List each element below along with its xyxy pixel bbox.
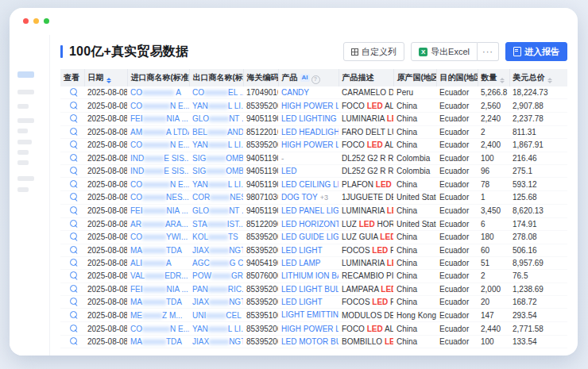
exporter-cell[interactable]: BELxxxxxAND... <box>189 125 243 138</box>
exporter-cell[interactable]: YANxxxxxL LI... <box>189 99 243 112</box>
enter-report-button[interactable]: 进入报告 <box>505 42 567 61</box>
exporter-cell[interactable]: YANxxxxxL LI... <box>189 322 243 335</box>
magnifier-icon[interactable] <box>70 140 77 148</box>
importer-cell[interactable]: FEIxxxxxxNIA ... <box>127 283 189 295</box>
product-link[interactable]: DOG TOY <box>281 193 318 202</box>
minimize-button[interactable] <box>33 18 39 24</box>
sidebar-item[interactable] <box>17 160 29 165</box>
exporter-cell[interactable]: SIGxxxxxOMB... <box>189 164 243 177</box>
exporter-cell[interactable]: JIAXxxxxxNGT... <box>189 244 243 256</box>
importer-cell[interactable]: COxxxxxxYWI... <box>127 231 189 244</box>
magnifier-icon[interactable] <box>70 259 77 266</box>
sidebar-item[interactable] <box>17 150 29 155</box>
exporter-cell[interactable]: AGCxxxxxG C... <box>189 256 243 269</box>
sidebar-item[interactable] <box>17 129 28 133</box>
magnifier-icon[interactable] <box>70 88 77 95</box>
importer-cell[interactable]: INDxxxxxE SIS... <box>127 152 189 164</box>
importer-cell[interactable]: MExxxxxZ M... <box>127 309 189 322</box>
importer-cell[interactable]: AMxxxxxxA LTDA <box>127 125 189 138</box>
exporter-cell[interactable]: GLOxxxxxNT ... <box>189 204 243 217</box>
product-link[interactable]: LED HORIZONTAL L <box>281 220 338 229</box>
column-header[interactable]: 美元总价 <box>509 69 567 86</box>
magnifier-icon[interactable] <box>70 337 77 344</box>
product-link[interactable]: CANDY <box>281 88 309 97</box>
magnifier-icon[interactable] <box>70 220 77 227</box>
exporter-cell[interactable]: PANxxxxxRIC... <box>189 283 243 295</box>
product-link[interactable]: LED PANEL LIG <box>281 206 338 215</box>
more-actions-button[interactable]: ··· <box>478 42 499 61</box>
product-link[interactable]: LED LIGHT <box>281 246 323 255</box>
magnifier-icon[interactable] <box>70 167 77 174</box>
product-link[interactable]: LED MOTOR BULB <box>281 337 338 346</box>
product-link[interactable]: HIGH POWER LED F <box>281 102 338 110</box>
sidebar-item[interactable] <box>17 118 34 123</box>
info-icon[interactable]: ? <box>311 75 320 84</box>
magnifier-icon[interactable] <box>70 206 77 213</box>
product-link[interactable]: LED GUIDE LIGHT T <box>281 233 338 241</box>
exporter-cell[interactable]: JIAXxxxxxNGT... <box>189 296 243 309</box>
exporter-cell[interactable]: STAxxxxxIST... <box>189 217 243 230</box>
exporter-cell[interactable]: CORxxxxxNES... <box>189 190 243 204</box>
exporter-cell[interactable]: UNIxxxxxCEL ... <box>189 309 243 322</box>
exporter-cell[interactable]: POWxxxxxGR... <box>189 270 243 283</box>
magnifier-icon[interactable] <box>70 114 77 121</box>
importer-cell[interactable]: COxxxxxxNES... <box>127 190 189 204</box>
column-header[interactable]: 日期 <box>84 69 127 86</box>
product-link[interactable]: LED HEADLIGHT <box>281 128 338 136</box>
product-link[interactable]: LIGHT EMITTIN <box>281 310 338 319</box>
magnifier-icon[interactable] <box>70 311 77 318</box>
exporter-cell[interactable]: JIAXxxxxxNGT... <box>189 335 243 348</box>
magnifier-icon[interactable] <box>70 128 77 135</box>
importer-cell[interactable]: COxxxxxxxN E... <box>127 322 189 335</box>
importer-cell[interactable]: ALIxxxxxxA <box>127 256 189 269</box>
importer-cell[interactable]: ARxxxxxxARA... <box>127 217 189 230</box>
product-link[interactable]: LED LIGHTING <box>281 114 336 123</box>
sidebar-item[interactable] <box>17 140 32 144</box>
magnifier-icon[interactable] <box>70 233 77 240</box>
product-link[interactable]: LED LAMP <box>281 259 320 267</box>
column-header[interactable]: 进口商名称(标准) <box>127 69 189 86</box>
magnifier-icon[interactable] <box>70 180 77 187</box>
sort-icon[interactable] <box>106 78 111 84</box>
importer-cell[interactable]: VALxxxxxEDR... <box>127 270 189 283</box>
column-header[interactable]: 出口商名称(标准) <box>189 69 243 86</box>
sidebar-item[interactable] <box>17 90 34 94</box>
exporter-cell[interactable]: SIGxxxxxOMB... <box>189 152 243 164</box>
exporter-cell[interactable]: KOLxxxxxTS <box>189 231 243 244</box>
importer-cell[interactable]: FEIxxxxxxNIA ... <box>127 112 189 125</box>
importer-cell[interactable]: COxxxxxxxN E... <box>127 139 189 152</box>
export-excel-button[interactable]: X 导出Excel <box>411 42 478 61</box>
importer-cell[interactable]: MAxxxxxxTDA <box>127 296 189 309</box>
importer-cell[interactable]: COxxxxxxxN E... <box>127 178 189 190</box>
zoom-button[interactable] <box>44 18 49 24</box>
magnifier-icon[interactable] <box>70 154 77 161</box>
magnifier-icon[interactable] <box>70 325 77 332</box>
magnifier-icon[interactable] <box>70 271 77 279</box>
importer-cell[interactable]: MAxxxxxxTDA <box>127 335 189 348</box>
sort-icon[interactable] <box>547 78 552 84</box>
importer-cell[interactable]: FEIxxxxxxNIA ... <box>127 204 189 217</box>
product-link[interactable]: LED CEILING LIGHT <box>281 180 338 189</box>
close-button[interactable] <box>23 18 29 24</box>
product-link[interactable]: LITHIUM ION BATTE <box>281 271 338 280</box>
importer-cell[interactable]: MAxxxxxxTDA <box>127 244 189 256</box>
magnifier-icon[interactable] <box>70 193 77 200</box>
sidebar-item[interactable] <box>17 187 29 192</box>
product-link[interactable]: LED LIGHT <box>281 298 323 306</box>
sidebar-item-active[interactable] <box>17 71 34 78</box>
column-header[interactable]: 数量 <box>478 69 509 86</box>
product-link[interactable]: HIGH POWER LED F <box>281 140 338 149</box>
exporter-cell[interactable]: GLOxxxxxNT ... <box>189 112 243 125</box>
magnifier-icon[interactable] <box>70 102 77 109</box>
sidebar-item[interactable] <box>17 104 29 109</box>
exporter-cell[interactable]: COxxxxxxEL ... <box>189 86 243 99</box>
product-link[interactable]: HIGH POWER LED F <box>281 325 338 333</box>
magnifier-icon[interactable] <box>70 298 77 305</box>
product-link[interactable]: LED LIGHT BULB <box>281 285 338 294</box>
exporter-cell[interactable]: YANxxxxxL LI... <box>189 139 243 152</box>
magnifier-icon[interactable] <box>70 246 77 253</box>
product-link[interactable]: LED <box>281 167 296 175</box>
exporter-cell[interactable]: YANxxxxxL LI... <box>189 178 243 190</box>
importer-cell[interactable]: COxxxxxxxN E... <box>127 99 189 112</box>
sort-icon[interactable] <box>500 78 505 84</box>
